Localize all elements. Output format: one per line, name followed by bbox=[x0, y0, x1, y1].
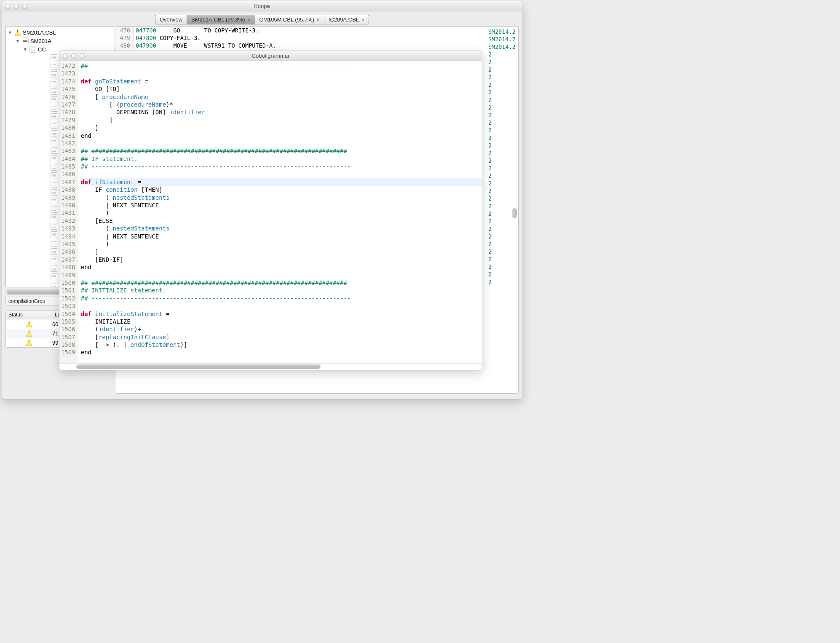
zoom-icon[interactable] bbox=[80, 54, 85, 59]
line-number: 1488 bbox=[61, 186, 75, 193]
grammar-line: IF condition [THEN] bbox=[81, 186, 482, 193]
grammar-line: GO [TO] bbox=[81, 85, 482, 93]
tree-item[interactable]: SM201A bbox=[6, 37, 114, 45]
close-icon[interactable]: × bbox=[317, 17, 320, 23]
line-number: 1499 bbox=[61, 271, 75, 279]
tab-sm201a[interactable]: SM201A.CBL (99.3%) × bbox=[187, 15, 254, 24]
line-number: 478 bbox=[116, 27, 134, 34]
line-number: 1489 bbox=[61, 194, 75, 201]
right-label: SM2014.2 bbox=[488, 35, 516, 43]
tab-bar: Overview SM201A.CBL (99.3%) × CM105M.CBL… bbox=[5, 15, 519, 24]
line-number: 1493 bbox=[61, 225, 75, 232]
line-number: 1474 bbox=[61, 78, 75, 85]
line-number: 1490 bbox=[61, 201, 75, 209]
grammar-line bbox=[81, 302, 482, 310]
line-number: 1492 bbox=[61, 217, 75, 225]
close-icon[interactable] bbox=[63, 54, 68, 59]
tab-overview[interactable]: Overview bbox=[155, 15, 187, 24]
grammar-title: Cobol grammar bbox=[59, 53, 482, 59]
grammar-line: def goToStatement = bbox=[81, 78, 482, 85]
close-icon[interactable] bbox=[5, 4, 11, 9]
close-icon[interactable]: × bbox=[361, 17, 364, 23]
grammar-line: | NEXT SENTENCE bbox=[81, 201, 482, 209]
v-scrollbar[interactable] bbox=[512, 51, 517, 378]
grammar-gutter: 1472147314741475147614771478147914801481… bbox=[59, 61, 78, 363]
page-icon bbox=[51, 198, 57, 204]
warning-icon bbox=[26, 321, 32, 327]
grammar-line: [--> (. | endOfStatement)] bbox=[81, 341, 482, 348]
tree-root[interactable]: SM201A.CBL bbox=[6, 28, 114, 37]
grammar-line: end bbox=[81, 348, 482, 356]
chevron-down-icon[interactable] bbox=[23, 47, 28, 52]
line-number: 1486 bbox=[61, 170, 75, 178]
line-number: 1508 bbox=[61, 341, 75, 348]
minimize-icon[interactable] bbox=[71, 54, 76, 59]
grammar-line: | NEXT SENTENCE bbox=[81, 233, 482, 240]
page-icon bbox=[51, 113, 57, 120]
traffic-lights bbox=[5, 4, 27, 9]
page-icon bbox=[51, 139, 57, 145]
grammar-line: (identifier)+ bbox=[81, 325, 482, 333]
tree-label: CC bbox=[38, 46, 46, 53]
grammar-line: ] bbox=[81, 248, 482, 255]
line-number: 1503 bbox=[61, 302, 75, 310]
grammar-line: ## -------------------------------------… bbox=[81, 163, 482, 170]
tab-cm105m[interactable]: CM105M.CBL (95.7%) × bbox=[255, 15, 324, 24]
minimize-icon[interactable] bbox=[14, 4, 19, 9]
line-number: 1506 bbox=[61, 325, 75, 333]
close-icon[interactable]: × bbox=[248, 17, 251, 23]
code-text: MOVE WSTR91 TO COMPUTED-A. bbox=[156, 42, 276, 49]
page-icon bbox=[51, 206, 57, 213]
page-icon bbox=[29, 46, 36, 53]
grammar-line: [END-IF] bbox=[81, 256, 482, 263]
line-number: 1477 bbox=[61, 101, 75, 108]
grammar-line: end bbox=[81, 263, 482, 271]
grammar-h-scrollbar[interactable] bbox=[59, 363, 482, 370]
tab-label: Overview bbox=[160, 16, 182, 23]
page-icon bbox=[51, 122, 57, 129]
tab-ic209a[interactable]: IC209A.CBL × bbox=[324, 15, 369, 24]
page-icon bbox=[51, 164, 57, 171]
grammar-line: ## -------------------------------------… bbox=[81, 295, 482, 302]
grammar-line bbox=[81, 70, 482, 77]
grammar-line: ( nestedStatements bbox=[81, 194, 482, 201]
col-status[interactable]: Status bbox=[6, 311, 52, 319]
page-icon bbox=[51, 273, 57, 280]
line-number: 479 bbox=[116, 34, 134, 42]
grammar-line: def ifStatement = bbox=[81, 178, 482, 186]
line-number: 1494 bbox=[61, 233, 75, 240]
grammar-titlebar[interactable]: Cobol grammar bbox=[59, 51, 482, 61]
grammar-line bbox=[81, 271, 482, 279]
seq-number: 047700 bbox=[134, 27, 156, 34]
code-text: COPY-FAIL-3. bbox=[156, 34, 201, 42]
grammar-line bbox=[81, 139, 482, 147]
main-title: Koopa bbox=[2, 3, 522, 9]
line-number: 1497 bbox=[61, 256, 75, 263]
page-icon bbox=[51, 240, 57, 246]
zoom-icon[interactable] bbox=[22, 4, 27, 9]
line-number: 1484 bbox=[61, 155, 75, 163]
grammar-editor[interactable]: 1472147314741475147614771478147914801481… bbox=[59, 61, 482, 363]
warning-icon bbox=[14, 29, 21, 36]
line-number: 1475 bbox=[61, 85, 75, 93]
line-number: 480 bbox=[116, 42, 134, 49]
tab-label: IC209A.CBL bbox=[329, 16, 359, 23]
page-icon bbox=[51, 265, 57, 272]
grammar-line: ) bbox=[81, 240, 482, 248]
scrollbar-thumb[interactable] bbox=[76, 364, 321, 369]
main-titlebar[interactable]: Koopa bbox=[2, 1, 522, 11]
page-icon bbox=[51, 214, 57, 221]
page-icon bbox=[51, 257, 57, 263]
line-number: 1483 bbox=[61, 147, 75, 155]
chevron-down-icon[interactable] bbox=[15, 38, 20, 43]
line-number: 1496 bbox=[61, 248, 75, 255]
line-number: 1491 bbox=[61, 209, 75, 217]
chevron-down-icon[interactable] bbox=[8, 30, 13, 35]
seq-number: 047800 bbox=[134, 34, 156, 42]
line-number: 1487 bbox=[61, 178, 75, 186]
scrollbar-thumb[interactable] bbox=[512, 208, 517, 218]
line-number: 1504 bbox=[61, 310, 75, 318]
line-number: 1507 bbox=[61, 333, 75, 341]
grammar-line: [ procedureName bbox=[81, 93, 482, 101]
page-icon bbox=[51, 248, 57, 255]
